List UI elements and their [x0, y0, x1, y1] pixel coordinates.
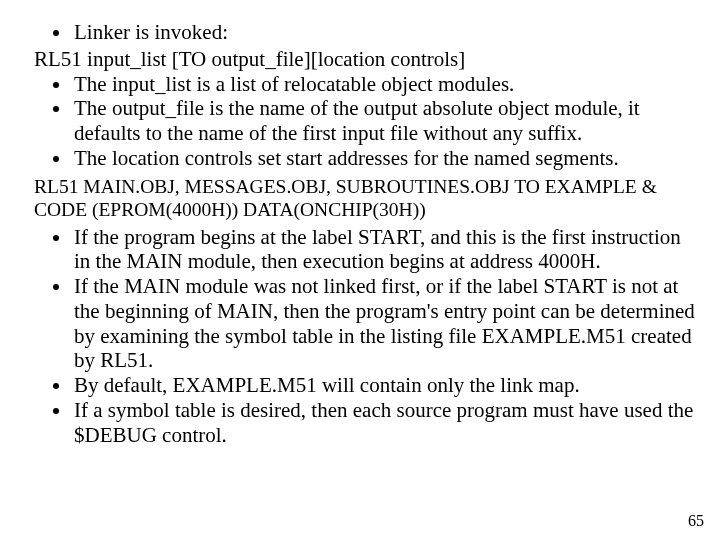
bullet-list-a1: Linker is invoked: — [20, 20, 700, 45]
page-number: 65 — [688, 512, 704, 530]
bullet-list-b: If the program begins at the label START… — [20, 225, 700, 448]
bullet-item: If the MAIN module was not linked first,… — [72, 274, 700, 373]
bullet-item: The input_list is a list of relocatable … — [72, 72, 700, 97]
bullet-item: By default, EXAMPLE.M51 will contain onl… — [72, 373, 700, 398]
bullet-list-a2: The input_list is a list of relocatable … — [20, 72, 700, 171]
linker-invocation-syntax: RL51 input_list [TO output_file][locatio… — [34, 47, 700, 72]
document-page: Linker is invoked: RL51 input_list [TO o… — [0, 0, 720, 540]
bullet-item: The location controls set start addresse… — [72, 146, 700, 171]
bullet-item: The output_file is the name of the outpu… — [72, 96, 700, 146]
bullet-item: If the program begins at the label START… — [72, 225, 700, 275]
linker-example-command: RL51 MAIN.OBJ, MESSAGES.OBJ, SUBROUTINES… — [34, 175, 700, 221]
bullet-item: If a symbol table is desired, then each … — [72, 398, 700, 448]
bullet-item: Linker is invoked: — [72, 20, 700, 45]
